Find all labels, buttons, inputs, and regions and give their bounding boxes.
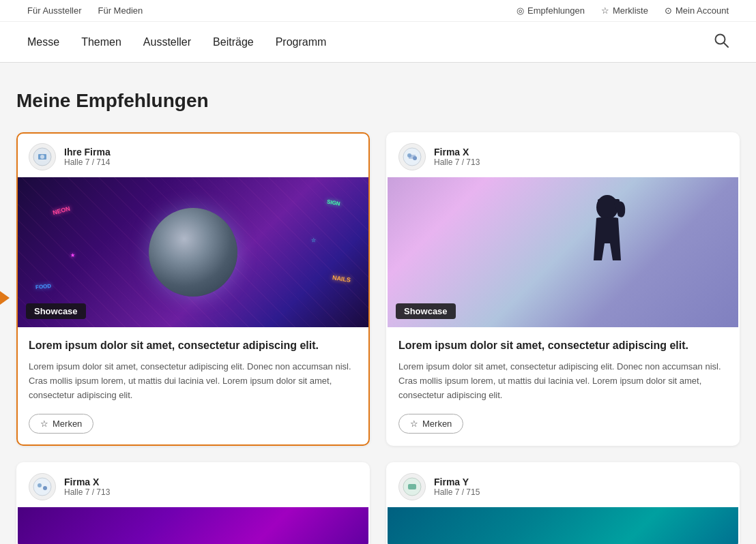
silhouette-figure [579,192,633,301]
nav-messe[interactable]: Messe [27,36,59,48]
arrow-body [0,296,3,300]
svg-point-4 [40,155,44,159]
company-name-2: Firma X [434,147,480,157]
company-hall-2: Halle 7 / 713 [434,157,480,167]
card-title-2: Lorem ipsum dolor sit amet, consectetur … [398,338,727,353]
company-hall-1: Halle 7 / 714 [64,157,111,167]
card-title-1: Lorem ipsum dolor sit amet, consectetur … [29,338,358,353]
showcase-badge-1: Showcase [26,303,86,319]
company-name-1: Ihre Firma [64,147,111,157]
top-bar-right: ◎ Empfehlungen ☆ Merkliste ⊙ Mein Accoun… [517,5,729,16]
nav-links: Messe Themen Aussteller Beiträge Program… [27,36,326,48]
arrow-indicator [0,296,3,300]
top-bar: Für Aussteller Für Medien ◎ Empfehlungen… [0,0,756,22]
fur-aussteller-link[interactable]: Für Aussteller [27,5,81,16]
card-header-4: Firma Y Halle 7 / 715 [388,464,738,507]
card-2: Firma X Halle 7 / 713 [386,132,740,446]
company-logo-1 [29,143,56,170]
star-icon-1: ☆ [40,419,48,429]
merken-button-2[interactable]: ☆ Merken [398,414,463,434]
purple-image [18,507,368,544]
card-header-3: Firma X Halle 7 / 713 [18,464,368,507]
card-image-2: Showcase [388,177,738,327]
top-bar-left: Für Aussteller Für Medien [27,5,143,16]
fur-medien-link[interactable]: Für Medien [98,5,143,16]
company-hall-4: Halle 7 / 715 [434,487,480,497]
company-name-4: Firma Y [434,477,480,487]
svg-rect-10 [598,199,620,202]
star-icon-2: ☆ [410,419,418,429]
empfehlungen-icon: ◎ [517,5,524,16]
card-desc-2: Lorem ipsum dolor sit amet, consectetur … [398,360,727,402]
company-info-2: Firma X Halle 7 / 713 [434,147,480,167]
company-hall-3: Halle 7 / 713 [64,487,110,497]
card-1: Ihre Firma Halle 7 / 714 NEON SIGN FOOD … [16,132,370,446]
company-logo-icon-4 [403,477,422,496]
card-partial-image-4 [388,507,738,544]
company-info-1: Ihre Firma Halle 7 / 714 [64,147,111,167]
card-header-2: Firma X Halle 7 / 713 [388,134,738,177]
cards-wrapper: Ihre Firma Halle 7 / 714 NEON SIGN FOOD … [16,132,740,544]
nav-themen[interactable]: Themen [81,36,121,48]
company-logo-icon-2 [403,147,422,166]
neon-sphere [149,208,237,297]
teal-image [388,507,738,544]
nav-aussteller[interactable]: Aussteller [143,36,191,48]
nav-beitrage[interactable]: Beiträge [213,36,254,48]
svg-line-1 [724,43,728,47]
mein-account-link[interactable]: ⊙ Mein Account [665,5,729,16]
company-logo-icon-1 [33,147,52,166]
page-title: Meine Empfehlungen [16,90,740,112]
company-logo-2 [398,143,426,170]
merkliste-link[interactable]: ☆ Merkliste [601,5,648,16]
card-4: Firma Y Halle 7 / 715 [386,462,740,544]
page-content: Meine Empfehlungen Ihre Firm [3,63,753,544]
svg-point-13 [43,486,47,490]
svg-point-12 [38,483,42,487]
company-info-4: Firma Y Halle 7 / 715 [434,477,480,497]
company-logo-4 [398,473,426,500]
svg-rect-15 [408,484,416,489]
search-icon [714,33,729,48]
merkliste-icon: ☆ [601,5,609,16]
search-button[interactable] [714,33,729,51]
main-nav: Messe Themen Aussteller Beiträge Program… [0,22,756,63]
silhouette-svg [579,192,633,301]
card-partial-image-3 [18,507,368,544]
svg-point-11 [33,478,51,496]
card-header-1: Ihre Firma Halle 7 / 714 [18,134,368,177]
merken-button-1[interactable]: ☆ Merken [29,414,93,434]
card-desc-1: Lorem ipsum dolor sit amet, consectetur … [29,360,358,402]
card-body-1: Lorem ipsum dolor sit amet, consectetur … [18,327,368,444]
svg-rect-8 [409,155,416,159]
company-logo-3 [29,473,56,500]
empfehlungen-link[interactable]: ◎ Empfehlungen [517,5,585,16]
company-logo-icon-3 [33,477,52,496]
cards-grid: Ihre Firma Halle 7 / 714 NEON SIGN FOOD … [16,132,740,544]
nav-programm[interactable]: Programm [276,36,327,48]
card-3: Firma X Halle 7 / 713 [16,462,370,544]
card-image-1: NEON SIGN FOOD NAILS ★ ☆ Showcase [18,177,368,327]
card-body-2: Lorem ipsum dolor sit amet, consectetur … [388,327,738,444]
account-icon: ⊙ [665,5,672,16]
company-info-3: Firma X Halle 7 / 713 [64,477,110,497]
svg-point-9 [596,195,618,220]
company-name-3: Firma X [64,477,110,487]
showcase-badge-2: Showcase [396,303,456,319]
